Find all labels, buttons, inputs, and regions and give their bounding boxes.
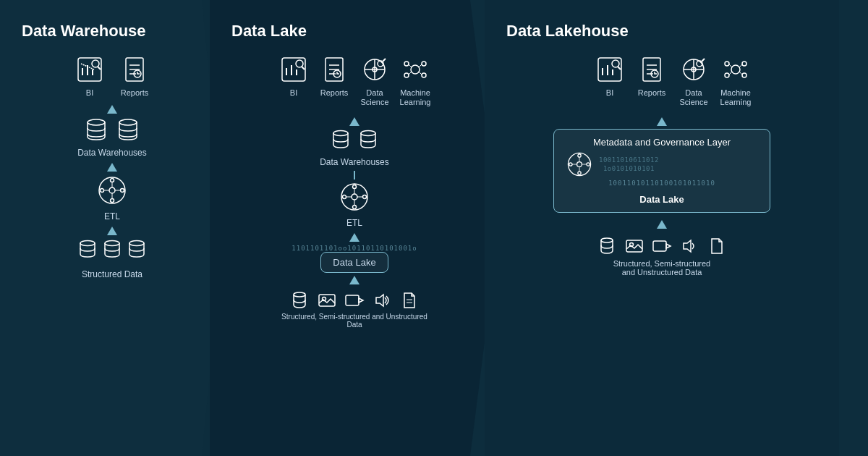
svg-point-77: [612, 60, 619, 67]
dlh-datascience-icon: [678, 54, 710, 85]
dlh-reports-item: Reports: [636, 54, 668, 107]
svg-point-57: [353, 185, 357, 189]
svg-point-103: [569, 163, 572, 166]
dlh-structured-label: Structured, Semi-structuredand Unstructu…: [613, 259, 711, 276]
svg-marker-113: [666, 244, 671, 248]
dlh-top-icons: BI Reports: [572, 54, 752, 107]
dw-bi-icon-item: BI: [74, 54, 106, 98]
svg-point-56: [352, 194, 357, 200]
svg-line-98: [739, 72, 742, 75]
svg-point-102: [578, 172, 581, 174]
dlh-binary-text: 10011010611012: [599, 156, 659, 165]
svg-point-12: [88, 119, 105, 125]
svg-point-90: [731, 65, 740, 74]
dlh-bi-icon: [594, 54, 626, 85]
svg-point-55: [341, 184, 367, 210]
dlh-bi-label: BI: [606, 88, 613, 98]
svg-point-45: [404, 62, 409, 66]
dl-reports-icon: [318, 54, 350, 85]
svg-point-16: [111, 179, 114, 182]
dw-structured-node: Structured Data: [77, 238, 147, 282]
svg-point-47: [404, 73, 409, 77]
svg-rect-112: [653, 241, 666, 251]
dlh-reports-label: Reports: [638, 88, 666, 98]
dlh-binary-text2: 1o0101010101: [599, 164, 659, 174]
dl-warehouses-node: Data Warehouses: [320, 129, 389, 169]
dlh-datascience-label: DataScience: [679, 88, 707, 107]
dw-warehouses-node: Data Warehouses: [77, 117, 147, 160]
svg-marker-69: [359, 298, 363, 303]
svg-line-51: [409, 72, 412, 75]
dl-ml-icon: [399, 54, 431, 85]
svg-point-94: [742, 73, 746, 77]
svg-line-97: [729, 72, 732, 75]
svg-point-100: [577, 162, 582, 167]
dl-etl-label: ETL: [346, 218, 362, 228]
dlh-ml-item: MachineLearning: [720, 54, 752, 107]
svg-point-14: [99, 177, 125, 203]
dl-ml-label: MachineLearning: [400, 88, 431, 107]
svg-point-60: [363, 195, 367, 199]
dlh-datascience-item: DataScience: [678, 54, 710, 107]
svg-point-17: [111, 199, 114, 203]
dlh-wave: 10011010110100101011010: [566, 180, 758, 187]
dw-etl-node: ETL: [96, 174, 128, 224]
dl-top-icons: BI Reports: [278, 54, 431, 107]
dlh-arrow1: [657, 117, 667, 126]
dl-vline1: [354, 171, 355, 180]
svg-point-53: [333, 131, 348, 136]
svg-point-91: [725, 62, 729, 66]
dl-datascience-icon: [359, 54, 391, 85]
svg-point-99: [568, 153, 590, 176]
dl-lake-label: Data Lake: [333, 257, 375, 268]
dlh-structured-icons: [597, 236, 727, 256]
svg-point-25: [105, 241, 119, 246]
svg-point-26: [129, 241, 144, 246]
svg-point-65: [294, 292, 305, 297]
dw-title: Data Warehouse: [14, 22, 146, 41]
dlh-bi-item: BI: [594, 54, 626, 107]
dlh-main-flow: Metadata and Governance Layer: [553, 114, 770, 279]
svg-point-31: [296, 60, 303, 67]
svg-point-54: [361, 131, 375, 136]
dl-arrow3: [349, 276, 359, 284]
dw-arrow2: [107, 163, 117, 172]
dw-top-icons: BI Reports: [74, 54, 150, 98]
dl-warehouses-label: Data Warehouses: [320, 157, 389, 167]
dl-reports-item: Reports: [318, 54, 350, 107]
svg-point-18: [101, 189, 104, 193]
svg-point-59: [343, 195, 346, 199]
dw-reports-icon: [119, 54, 150, 85]
section-data-lakehouse: Data Lakehouse BI: [485, 0, 839, 456]
dw-reports-icon-item: Reports: [119, 54, 150, 98]
svg-line-6: [98, 67, 101, 69]
svg-line-78: [618, 67, 621, 69]
dw-reports-label: Reports: [121, 88, 149, 98]
svg-line-95: [729, 64, 732, 67]
dl-datascience-item: DataScience: [359, 54, 391, 107]
dl-etl-node: ETL: [339, 181, 370, 230]
svg-marker-70: [376, 295, 383, 306]
dlh-reports-icon: [636, 54, 668, 85]
svg-point-19: [121, 189, 124, 193]
svg-point-101: [578, 154, 581, 157]
dl-content: BI Reports: [224, 54, 485, 331]
svg-point-44: [411, 65, 420, 74]
svg-line-49: [409, 64, 412, 67]
svg-line-89: [702, 59, 705, 62]
svg-point-92: [742, 62, 746, 66]
svg-point-5: [92, 60, 99, 67]
dl-structured-icons: [289, 290, 420, 311]
dw-etl-label: ETL: [104, 211, 120, 221]
dl-reports-label: Reports: [320, 88, 349, 98]
dl-structured-label: Structured, Semi-structured and Unstruct…: [275, 313, 434, 329]
dl-ml-item: MachineLearning: [399, 54, 431, 107]
dlh-ml-icon: [720, 54, 752, 85]
dl-title: Data Lake: [224, 22, 307, 41]
dlh-metadata-inner: 10011010611012 1o0101010101: [566, 151, 758, 178]
dl-bi-label: BI: [290, 88, 297, 98]
dlh-metadata-title: Metadata and Governance Layer: [566, 137, 758, 148]
dw-bi-label: BI: [86, 88, 93, 98]
dw-warehouses-label: Data Warehouses: [77, 148, 147, 158]
dlh-content: BI Reports: [499, 54, 825, 279]
